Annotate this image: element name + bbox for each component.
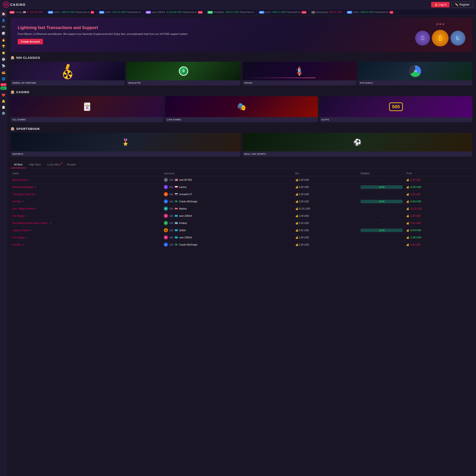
external-link-icon: ↗	[26, 237, 27, 238]
multiplier-dash: —	[360, 243, 403, 246]
multiplier-badge: x5.01	[360, 200, 403, 203]
login-button[interactable]: 🔒 Log in	[431, 2, 450, 7]
game-card-pvp-duels[interactable]: VS PVP DUELS	[358, 62, 472, 85]
sidebar-item-settings[interactable]: ⚙️	[0, 110, 6, 116]
username: Qolbin	[179, 229, 186, 232]
roulette-ball: 0	[179, 67, 188, 76]
ticker-badge: 469	[48, 11, 53, 14]
user-level: 206	[169, 179, 173, 181]
coin-icon: 💰	[406, 193, 409, 196]
cell-profit: 💰 -0.20 USD	[405, 241, 472, 248]
username-container: U 564 🇷🇺 UnmarkV.I.P	[164, 192, 292, 196]
username: Cracko McGregor	[179, 200, 197, 203]
banner-dot-2[interactable]	[439, 23, 441, 25]
sidebar-bottom-icons: ❤️ 🔔 📋 ⚙️	[0, 92, 6, 116]
crash-label: CRASH	[242, 80, 357, 85]
game-card-all-games[interactable]: 🃏 ALL GAMES	[11, 96, 163, 122]
cell-game: The Bowery Boys 96 ↗	[11, 191, 162, 198]
register-button[interactable]: ✏️ Register	[451, 2, 473, 8]
sidebar-item-radio[interactable]: 📻	[0, 69, 6, 75]
game-card-roulette[interactable]: 0 ROULETTE	[127, 62, 241, 85]
game-card-wheel-of-fortune[interactable]: WHEEL OF FORTUNE	[11, 62, 125, 85]
user-avatar: U	[164, 214, 168, 218]
sidebar-item-bell[interactable]: 🔔	[0, 98, 6, 104]
sidebar-item-clipboard[interactable]: 📋	[0, 104, 6, 110]
table-row: Mask Carnival ↗ U 206 🇺🇸 user-8c7552 💰0.…	[11, 176, 472, 184]
casino-grid: 🃏 ALL GAMES 🎭 LIVE GAMES 500 SLOTS	[11, 96, 472, 122]
username-container: U 206 🇺🇸 user-8c7552	[164, 178, 292, 182]
tab-lucky-wins[interactable]: Lucky Wins	[44, 161, 63, 168]
logo[interactable]: 500 CASINO	[3, 1, 26, 8]
sidebar-item-hot[interactable]: 🔥	[0, 37, 6, 43]
sportsbook-label: SPORTSBOOK	[16, 127, 40, 131]
game-link[interactable]: Live - Mega Roulette ↗	[13, 207, 160, 210]
coin-icon: 💰	[295, 215, 298, 217]
game-link[interactable]: Mask Carnival ↗	[13, 179, 160, 181]
sidebar-item-casino[interactable]: 🎮	[0, 24, 6, 30]
username-container: M 440 🇱🇻 Martins	[164, 206, 292, 211]
create-account-button[interactable]: Create Account	[18, 39, 43, 44]
sidebar-item-home[interactable]: 🏠	[0, 11, 6, 17]
cell-multiplier: —	[359, 234, 405, 241]
cell-multiplier: x6.00	[359, 184, 405, 191]
coin-icon: 💰	[295, 243, 298, 246]
bets-section: All Bets High Wins Lucky Wins Royales Ga…	[11, 161, 472, 248]
profit-value: 💰 +1.00 USD	[406, 236, 470, 239]
sidebar-item-heart[interactable]: ❤️	[0, 92, 6, 98]
game-link[interactable]: Fat Drac ↗	[13, 200, 160, 203]
cell-username: Q 504 🇰🇿 Qolbin	[162, 227, 294, 234]
external-link-icon: ↗	[28, 179, 30, 181]
game-card-slots[interactable]: 500 SLOTS	[320, 96, 472, 122]
sidebar-item-profile[interactable]: 👤	[0, 17, 6, 23]
cell-bet: 💰0.50 USD	[294, 184, 359, 191]
classics-header: 🎰 500 CLASSICS	[11, 56, 472, 59]
sidebar-item-dice[interactable]: 🎲	[0, 30, 6, 36]
cell-username: U 486 🇰🇿 user-2383c4	[162, 212, 294, 220]
cell-username: C 449 🇸🇦 Cracko McGregor	[162, 198, 294, 205]
user-flag: 🇰🇿	[175, 236, 178, 239]
sidebar-item-star[interactable]: ⭐	[0, 50, 6, 56]
user-level: 564	[169, 193, 173, 196]
sidebar-item-trophy[interactable]: 🏆	[0, 43, 6, 49]
ticker-item: 469 w1sh +270.11 USD Placed bet on	[97, 9, 143, 15]
banner-dot-1[interactable]	[436, 23, 438, 25]
multiplier-badge: x5.25	[360, 229, 403, 232]
cell-game: Fat Drac ↗	[11, 241, 162, 248]
all-games-figure: 🃏	[83, 102, 92, 111]
table-row: Rich Wilde and the Tome of Madn... ↗ E 2…	[11, 220, 472, 227]
game-card-live-games[interactable]: 🎭 LIVE GAMES	[165, 96, 318, 122]
coin-icon: 💰	[295, 193, 298, 196]
banner-dot-3[interactable]	[442, 23, 444, 25]
game-link[interactable]: Fat Drac ↗	[13, 243, 160, 246]
game-link[interactable]: The Bowery Boys 96 ↗	[13, 193, 160, 196]
game-link[interactable]: Fire Hopper ↗	[13, 236, 160, 239]
tab-all-bets[interactable]: All Bets	[11, 161, 26, 168]
casino-header: 🎰 CASINO	[11, 90, 472, 94]
game-link[interactable]: Mammoth Rampage ↗	[13, 186, 160, 188]
sidebar-item-sports[interactable]: ⚽	[0, 56, 6, 62]
multiplier-dash: —	[360, 236, 403, 239]
game-link[interactable]: Fire Hopper ↗	[13, 215, 160, 217]
tab-royales[interactable]: Royales	[64, 161, 79, 168]
user-avatar: U	[164, 192, 168, 196]
all-games-image: 🃏	[11, 96, 163, 117]
external-link-icon: ↗	[22, 201, 24, 203]
external-link-icon: ↗	[34, 186, 36, 188]
ticker-badge: 485	[146, 11, 151, 14]
coin-icon: 💰	[406, 200, 409, 203]
game-link[interactable]: Legacy of Dead ↗	[13, 229, 160, 232]
sidebar-10k-badge[interactable]: $10K	[0, 83, 6, 86]
user-flag: 🇸🇦	[175, 200, 178, 203]
sidebar-item-live[interactable]: 📡	[0, 63, 6, 69]
cell-profit: 💰 +2.50 USD	[405, 184, 472, 191]
game-card-esports[interactable]: 🎖️ ESPORTS	[11, 133, 241, 157]
game-card-real-life-sports[interactable]: ⚽ REAL LIFE SPORTS	[242, 133, 473, 157]
user-level: 486	[169, 236, 173, 239]
game-card-crash[interactable]: 🚀 CRASH	[242, 62, 357, 85]
game-link[interactable]: Rich Wilde and the Tome of Madn... ↗	[13, 222, 160, 224]
sidebar-item-globe[interactable]: 🌐	[0, 76, 6, 82]
col-bet: Bet	[294, 171, 359, 176]
sidebar-40k-badge[interactable]: $40K	[0, 87, 6, 90]
sports-grid: 🎖️ ESPORTS ⚽ REAL LIFE SPORTS	[11, 133, 472, 157]
tab-high-wins[interactable]: High Wins	[26, 161, 44, 168]
